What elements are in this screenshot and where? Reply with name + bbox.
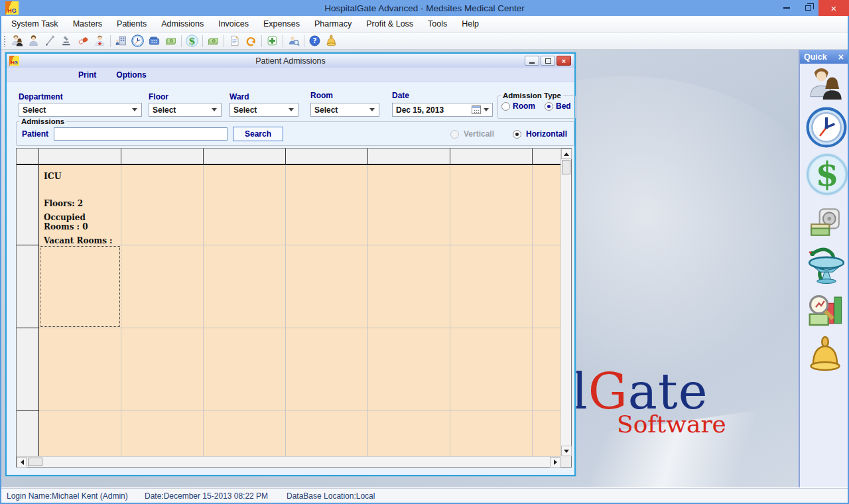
pharmacy-icon[interactable] [806, 242, 847, 288]
menu-masters[interactable]: Masters [66, 16, 109, 32]
grid-cell[interactable] [204, 165, 286, 245]
grid-cell[interactable] [450, 245, 533, 328]
grid-cell[interactable] [121, 245, 204, 328]
floor-select[interactable]: Select [149, 103, 222, 117]
grid-cell[interactable]: ICUFloors: 2Occupied Rooms : 0Vacant Roo… [39, 165, 121, 245]
patient-input[interactable] [54, 127, 228, 141]
grid-cell[interactable] [368, 245, 450, 328]
grid-cell[interactable] [286, 165, 368, 245]
child-close-button[interactable]: × [556, 56, 571, 66]
admission-type-room-radio[interactable] [501, 102, 510, 111]
grid-cell[interactable] [533, 245, 560, 328]
ward-select[interactable]: Select [229, 103, 298, 117]
phone-icon[interactable] [146, 33, 163, 49]
grid-column-header[interactable] [204, 149, 286, 165]
refresh-icon[interactable] [243, 33, 259, 49]
department-select[interactable]: Select [19, 103, 142, 117]
bell-icon[interactable] [323, 33, 340, 49]
patient-icon[interactable] [25, 33, 42, 49]
stethoscope-icon[interactable] [42, 33, 58, 49]
grid-column-header[interactable] [39, 149, 121, 165]
vertical-scroll-thumb[interactable] [562, 160, 570, 174]
grid-column-header[interactable] [286, 149, 368, 165]
clock-icon[interactable] [806, 106, 847, 149]
pharmacy-box-icon[interactable] [264, 33, 281, 49]
grid-cell[interactable] [450, 328, 533, 411]
doctor-icon[interactable] [92, 33, 108, 49]
menu-expenses[interactable]: Expenses [256, 16, 307, 32]
grid-cell[interactable] [450, 165, 533, 245]
grid-column-header[interactable] [368, 149, 450, 165]
search-button[interactable]: Search [233, 127, 283, 141]
room-select[interactable]: Select [310, 103, 379, 117]
vertical-radio[interactable] [450, 130, 459, 139]
grid-cell[interactable] [286, 328, 368, 411]
expense-icon[interactable] [205, 33, 222, 49]
quick-panel-close-icon[interactable]: × [838, 52, 844, 62]
horizontal-scrollbar[interactable] [17, 456, 560, 467]
grid-row-header[interactable] [17, 411, 39, 456]
clock-icon[interactable] [129, 33, 146, 49]
scroll-up-button[interactable] [561, 149, 572, 159]
grid-cell[interactable] [39, 245, 121, 328]
scroll-left-button[interactable] [17, 457, 27, 468]
grid-cell[interactable] [39, 411, 121, 456]
menu-profit-loss[interactable]: Profit & Loss [359, 16, 421, 32]
cash-icon[interactable] [163, 33, 179, 49]
alerts-icon[interactable] [805, 332, 845, 377]
grid-cell[interactable] [286, 245, 368, 328]
patients-group-icon[interactable] [9, 33, 25, 49]
grid-cell[interactable] [121, 165, 204, 245]
grid-cell[interactable] [204, 245, 286, 328]
menu-admissions[interactable]: Admissions [154, 16, 211, 32]
dollar-icon[interactable] [184, 33, 200, 49]
expenses-icon[interactable] [809, 206, 842, 239]
horizontal-scroll-thumb[interactable] [28, 458, 42, 466]
menu-system-task[interactable]: System Task [4, 16, 66, 32]
grid-cell[interactable] [204, 411, 286, 456]
invoice-icon[interactable] [226, 33, 243, 49]
horizontal-radio[interactable] [513, 130, 521, 139]
grid-cell[interactable] [533, 328, 560, 411]
grid-row-header[interactable] [17, 165, 39, 245]
grid-cell[interactable] [533, 411, 560, 456]
menu-patients[interactable]: Patients [109, 16, 154, 32]
user-search-icon[interactable] [285, 33, 302, 49]
grid-row-header[interactable] [17, 328, 39, 411]
patients-icon[interactable] [806, 65, 843, 103]
calendar-icon[interactable] [472, 105, 481, 114]
child-restore-button[interactable] [541, 56, 555, 66]
scroll-down-button[interactable] [561, 446, 572, 456]
child-minimize-button[interactable] [525, 56, 539, 66]
grid-cell[interactable] [39, 328, 121, 411]
scroll-right-button[interactable] [550, 457, 560, 468]
billing-icon[interactable] [806, 153, 848, 196]
menu-pharmacy[interactable]: Pharmacy [307, 16, 359, 32]
menu-tools[interactable]: Tools [421, 16, 454, 32]
child-menu-print[interactable]: Print [78, 70, 96, 80]
hospital-icon[interactable] [113, 33, 129, 49]
menu-help[interactable]: Help [454, 16, 486, 32]
grid-cell[interactable] [368, 165, 450, 245]
capsule-icon[interactable] [75, 33, 92, 49]
admission-type-bed-radio[interactable] [545, 102, 553, 111]
grid-cell[interactable] [450, 411, 533, 456]
grid-cell[interactable] [286, 411, 368, 456]
grid-cell[interactable] [204, 328, 286, 411]
grid-row-header[interactable] [17, 245, 39, 328]
grid-cell[interactable] [368, 411, 450, 456]
grid-cell[interactable] [533, 165, 560, 245]
help-icon[interactable] [306, 33, 323, 49]
grid-cell[interactable] [121, 328, 204, 411]
date-picker[interactable]: Dec 15, 2013 [392, 103, 493, 117]
vertical-scrollbar[interactable] [560, 149, 571, 456]
child-menu-options[interactable]: Options [116, 70, 146, 80]
microscope-icon[interactable] [58, 33, 75, 49]
grid-column-header[interactable] [121, 149, 204, 165]
grid-cell[interactable] [368, 328, 450, 411]
grid-cell[interactable] [121, 411, 204, 456]
grid-column-header[interactable] [450, 149, 533, 165]
reports-icon[interactable] [807, 292, 844, 330]
grid-column-header[interactable] [533, 149, 560, 165]
menu-invoices[interactable]: Invoices [211, 16, 256, 32]
